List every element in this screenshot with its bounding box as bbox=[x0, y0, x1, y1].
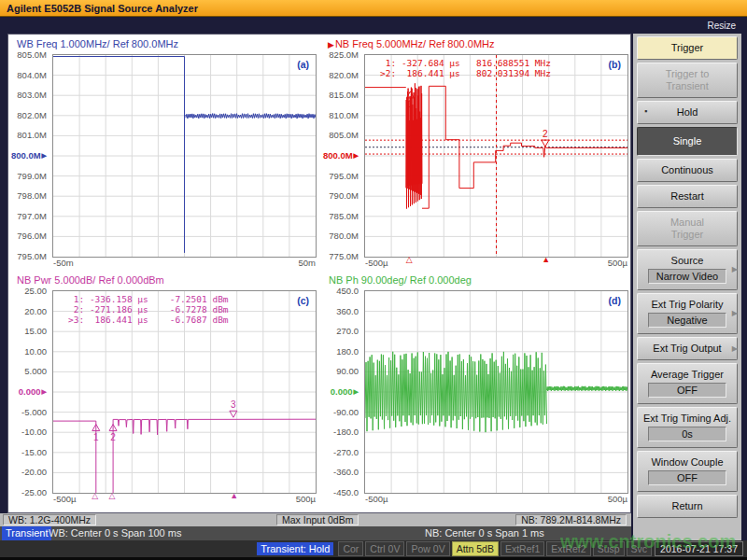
button-label: Transient bbox=[640, 80, 735, 92]
button-label: Continuous bbox=[640, 164, 735, 176]
sidebar-button-window-couple[interactable]: Window CoupleOFF bbox=[637, 451, 738, 492]
y-tick-label: 805.0M bbox=[17, 49, 47, 60]
reference-level-icon: ▶ bbox=[354, 152, 359, 159]
plot-a-xaxis: -50m 50m bbox=[52, 258, 317, 269]
plot-c-corner-label: (c) bbox=[297, 295, 309, 306]
marker-position-icon[interactable]: ▲ bbox=[230, 491, 238, 500]
sidebar-button-hold[interactable]: Hold▪ bbox=[637, 101, 738, 124]
max-input-label: Max Input 0dBm bbox=[276, 514, 359, 525]
marker-position-outline-icon[interactable]: △ bbox=[109, 491, 116, 500]
marker-readout-line: 1: -327.684 µs 816.688551 MHz bbox=[380, 58, 551, 68]
y-tick-label: 803.0M bbox=[17, 90, 47, 100]
marker-readout-line: 2: -271.186 µs -6.7278 dBm bbox=[68, 304, 229, 315]
wb-band-label: WB: 1.2G-400MHz bbox=[3, 514, 96, 525]
plot-c-xaxis: -500µ 500µ △△▲ bbox=[52, 494, 317, 505]
marker-position-outline-icon[interactable]: △ bbox=[406, 255, 413, 264]
sidebar-button-ext-trig-output[interactable]: Ext Trig Output▶ bbox=[637, 337, 738, 360]
status-cell-svc: Svc bbox=[627, 541, 653, 556]
y-tick-label: 5.000 bbox=[24, 366, 47, 376]
y-tick-label: 800.0M▶ bbox=[323, 150, 359, 161]
plot-c-title: NB Pwr 5.000dB/ Ref 0.000dBm bbox=[16, 274, 320, 287]
sweep-settings-bar: Transient WB: Center 0 s Span 100 ms NB:… bbox=[0, 526, 631, 540]
marker-readout-line: >3: 186.441 µs -6.7687 dBm bbox=[68, 315, 229, 325]
y-tick-label: 790.0M bbox=[329, 190, 359, 201]
plot-c-graph[interactable]: 123 1: -336.158 µs -7.2501 dBm 2: -271.1… bbox=[52, 290, 317, 494]
trigger-status-badge: Transient: Hold bbox=[257, 542, 333, 555]
svg-text:2: 2 bbox=[110, 432, 116, 442]
y-tick-label: 820.0M bbox=[329, 70, 359, 80]
y-tick-label: -5.000 bbox=[21, 407, 47, 417]
plot-d-graph[interactable]: (d) bbox=[364, 290, 628, 494]
plot-a-graph[interactable]: (a) bbox=[52, 54, 317, 258]
reference-level-icon: ▶ bbox=[354, 388, 359, 395]
y-tick-label: -25.00 bbox=[21, 487, 47, 497]
y-tick-label: 798.0M bbox=[17, 190, 47, 201]
sidebar-button-trigger-to-transient: Trigger toTransient bbox=[637, 63, 738, 98]
y-tick-label: 825.0M bbox=[329, 49, 359, 60]
button-value: Negative bbox=[648, 313, 726, 328]
y-tick-label: 360.0 bbox=[336, 306, 359, 316]
sidebar-button-ext-trig-polarity[interactable]: Ext Trig PolarityNegative▶ bbox=[637, 293, 738, 334]
y-tick-label: 450.0 bbox=[336, 286, 359, 296]
y-tick-label: 785.0M bbox=[329, 211, 359, 221]
marker-readout-line: 1: -336.158 µs -7.2501 dBm bbox=[68, 294, 229, 304]
nb-band-label: NB: 789.2M-814.8MHz bbox=[515, 514, 627, 525]
sidebar-button-ext-trig-timing-adj[interactable]: Ext Trig Timing Adj.0s bbox=[637, 407, 738, 448]
marker-position-outline-icon[interactable]: △ bbox=[92, 491, 98, 500]
frequency-band-bar: WB: 1.2G-400MHz Max Input 0dBm NB: 789.2… bbox=[0, 513, 631, 526]
y-tick-label: 805.0M bbox=[329, 130, 359, 140]
sidebar-button-average-trigger[interactable]: Average TriggerOFF bbox=[637, 363, 738, 404]
sidebar-button-trigger[interactable]: Trigger bbox=[637, 36, 738, 60]
sidebar-button-source[interactable]: SourceNarrow Video▶ bbox=[637, 249, 738, 290]
sidebar-button-single[interactable]: Single bbox=[637, 127, 738, 156]
y-tick-label: 802.0M bbox=[17, 110, 47, 120]
button-label: Trigger bbox=[640, 229, 735, 241]
status-cell-cor: Cor bbox=[338, 541, 363, 556]
datetime-label: 2016-07-21 17:37 bbox=[655, 541, 743, 556]
marker-readout-line: >2: 186.441 µs 802.031394 MHz bbox=[380, 68, 551, 78]
plot-d-corner-label: (d) bbox=[609, 295, 621, 306]
button-label: Return bbox=[640, 500, 735, 512]
svg-text:2: 2 bbox=[543, 129, 548, 139]
wb-sweep-label: WB: Center 0 s Span 100 ms bbox=[49, 526, 181, 540]
window-title: Agilent E5052B Signal Source Analyzer bbox=[7, 3, 198, 14]
sidebar-button-restart[interactable]: Restart bbox=[637, 185, 738, 208]
y-tick-label: 180.0 bbox=[336, 346, 359, 357]
svg-text:1: 1 bbox=[93, 432, 99, 442]
status-cell-extref1: ExtRef1 bbox=[500, 541, 544, 556]
plot-b-marker-readout: 1: -327.684 µs 816.688551 MHz>2: 186.441… bbox=[380, 58, 551, 78]
button-value: OFF bbox=[648, 470, 726, 485]
y-tick-label: 810.0M bbox=[329, 110, 359, 120]
plot-quadrant-wb-freq: WB Freq 1.000MHz/ Ref 800.0MHz 805.0M804… bbox=[8, 37, 320, 273]
y-tick-label: 775.0M bbox=[329, 251, 359, 261]
y-tick-label: -20.00 bbox=[21, 467, 47, 477]
plot-d-title: NB Ph 90.00deg/ Ref 0.000deg bbox=[328, 274, 632, 287]
plot-quadrant-nb-freq: ▶NB Freq 5.000MHz/ Ref 800.0MHz 825.0M82… bbox=[320, 37, 632, 273]
resize-button[interactable]: Resize bbox=[707, 21, 736, 31]
plot-d-yaxis: 450.0360.0270.0180.090.000.000▶-90.00-18… bbox=[320, 290, 361, 494]
app-window: Agilent E5052B Signal Source Analyzer Re… bbox=[0, 0, 747, 560]
sidebar-button-return[interactable]: Return bbox=[637, 495, 738, 518]
button-label: Trigger to bbox=[640, 68, 735, 80]
plot-a-title: WB Freq 1.000MHz/ Ref 800.0MHz bbox=[16, 38, 320, 50]
sidebar-button-continuous[interactable]: Continuous bbox=[637, 159, 738, 182]
plot-c-yaxis: 25.0020.0015.0010.005.0000.000▶-5.000-10… bbox=[8, 290, 49, 494]
plot-panel: WB Freq 1.000MHz/ Ref 800.0MHz 805.0M804… bbox=[7, 34, 631, 513]
plot-b-title: ▶NB Freq 5.000MHz/ Ref 800.0MHz bbox=[328, 38, 632, 50]
marker-position-icon[interactable]: ▲ bbox=[542, 255, 550, 264]
reference-level-icon: ▶ bbox=[42, 152, 47, 159]
button-label: Restart bbox=[640, 190, 735, 203]
button-value: OFF bbox=[648, 383, 726, 398]
status-indicators: CorCtrl 0VPow 0VAttn 5dBExtRef1ExtRef2Su… bbox=[336, 541, 652, 556]
y-tick-label: 796.0M bbox=[17, 231, 47, 241]
plot-a-yaxis: 805.0M804.0M803.0M802.0M801.0M800.0M▶799… bbox=[8, 54, 49, 258]
y-tick-label: -180.0 bbox=[333, 427, 359, 437]
status-cell-ctrl-0v: Ctrl 0V bbox=[365, 541, 404, 556]
plot-b-graph[interactable]: 12 1: -327.684 µs 816.688551 MHz>2: 186.… bbox=[364, 54, 628, 258]
status-cell-susp: Susp bbox=[593, 541, 625, 556]
status-bar: Transient: Hold CorCtrl 0VPow 0VAttn 5dB… bbox=[0, 540, 747, 557]
button-label: Manual bbox=[640, 217, 735, 229]
measurement-mode-badge: Transient bbox=[2, 526, 51, 540]
y-tick-label: -10.00 bbox=[21, 427, 47, 437]
active-trace-icon: ▶ bbox=[328, 40, 334, 49]
